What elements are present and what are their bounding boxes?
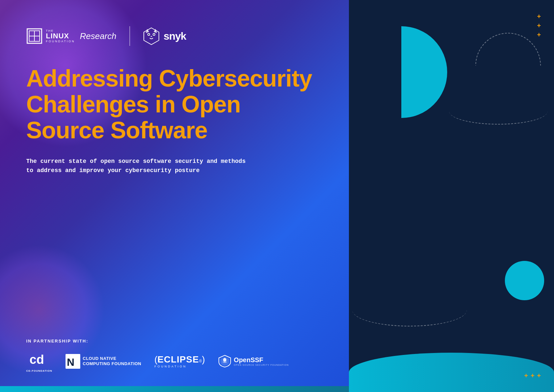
partnership-section: IN PARTNERSHIP WITH: cd CD.FOUNDATION N [26,339,323,372]
linux-foundation-logo: THE LINUX FOUNDATION Research [26,28,116,44]
bottom-teal-bar [0,386,349,392]
research-label: Research [80,31,116,41]
cncf-line2: COMPUTING FOUNDATION [83,361,142,366]
right-panel: + + + + + + [349,0,554,392]
snyk-name: snyk [163,30,186,42]
eclipse-close-bracket: ) [202,354,205,365]
plus-sign-1: + [537,13,541,20]
eclipse-name-row: ( ECLIPSE ® ) [154,354,205,365]
eclipse-logo: ( ECLIPSE ® ) FOUNDATION [154,354,205,368]
svg-point-7 [148,34,149,35]
lf-icon [26,28,43,44]
lf-text: THE LINUX FOUNDATION [46,29,75,43]
dashed-arc-1 [475,33,541,98]
cncf-line1: CLOUD NATIVE [83,356,142,361]
svg-point-15 [223,358,226,362]
teal-circle-small [505,261,544,300]
page-wrapper: THE LINUX FOUNDATION Research [0,0,554,392]
subtitle-line1: The current state of open source softwar… [26,157,272,166]
plus-bottom-3: + [537,372,541,379]
cd-foundation-icon: cd [28,350,51,368]
partnership-label: IN PARTNERSHIP WITH: [26,339,323,343]
subtitle: The current state of open source softwar… [26,157,272,176]
cd-foundation-logo: cd CD.FOUNDATION [26,350,52,372]
eclipse-foundation-text: FOUNDATION [154,365,187,368]
snyk-icon-svg [143,27,160,45]
openssf-name-label: OpenSSF [234,356,289,364]
openssf-icon [218,355,231,368]
logo-section: THE LINUX FOUNDATION Research [26,26,323,46]
main-title: Addressing Cybersecurity Challenges in O… [26,66,323,144]
cd-foundation-label: CD.FOUNDATION [26,369,52,372]
partner-logos: cd CD.FOUNDATION N CLOUD NATIVE COMPUTIN… [26,350,323,372]
cncf-text: CLOUD NATIVE COMPUTING FOUNDATION [83,356,142,366]
cncf-logo: N CLOUD NATIVE COMPUTING FOUNDATION [66,354,142,369]
plus-bottom-right: + + + [524,372,541,379]
title-text: Addressing Cybersecurity Challenges in O… [26,66,323,144]
svg-marker-9 [150,36,152,37]
plus-sign-2: + [537,22,541,29]
openssf-text: OpenSSF OPEN SOURCE SECURITY FOUNDATION [234,356,289,366]
svg-text:cd: cd [29,353,44,366]
subtitle-line2: to address and improve your cybersecurit… [26,166,272,175]
main-content: THE LINUX FOUNDATION Research [0,0,349,392]
plus-bottom-1: + [524,372,528,379]
plus-bottom-2: + [531,372,535,379]
lf-foundation-label: FOUNDATION [46,40,75,43]
eclipse-name-text: ECLIPSE [158,354,199,365]
plus-sign-3: + [537,31,541,38]
plus-top-right: + + + [537,13,541,38]
dashed-arc-3 [352,294,467,326]
teal-wave-bottom [349,353,554,392]
lf-linux-label: LINUX [46,32,75,40]
eclipse-registered: ® [199,359,202,363]
teal-circle-decoration [355,26,447,118]
dashed-arc-2 [449,98,547,125]
openssf-logo: OpenSSF OPEN SOURCE SECURITY FOUNDATION [218,355,289,368]
eclipse-open-bracket: ( [154,354,157,365]
logo-separator [129,26,130,46]
snyk-logo: snyk [143,27,186,45]
svg-text:N: N [67,356,74,368]
openssf-full-label: OPEN SOURCE SECURITY FOUNDATION [234,364,289,366]
cncf-icon: N [66,354,80,369]
lf-svg [27,28,42,44]
svg-point-8 [153,34,155,35]
